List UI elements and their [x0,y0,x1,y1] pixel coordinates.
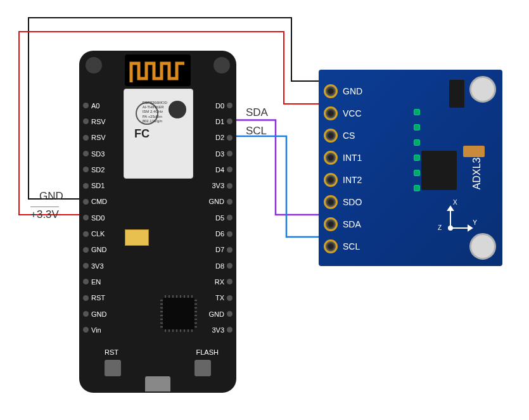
pin-dot-icon [83,199,89,205]
pin-label: D2 [215,134,224,141]
adxl-pins: GNDVCCCSINT1INT2SDOSDASCL [324,80,362,257]
pin-label: GND [91,246,106,253]
pin-label: D1 [215,118,224,125]
pin-label: GND [209,310,224,318]
pin-dot-icon [83,135,89,141]
pin-dot-icon [227,167,233,172]
pin-label: CLK [91,230,105,238]
pin-label: EN [91,278,101,286]
reset-button-label: RST [105,348,118,356]
nodemcu-pin-gnd: GND [83,242,107,258]
pin-label: INT2 [343,175,362,185]
pin-label: SDA [343,219,361,229]
pin-dot-icon [83,118,89,124]
nodemcu-board: FC ESP8266MOD AI-THINKER ISM 2.4GHz PA +… [79,51,236,393]
pin-dot-icon [83,327,89,333]
label-3v3-ext: +3.3V [30,207,59,221]
nodemcu-pin-gnd: GND [209,194,233,210]
mount-hole-icon [469,233,496,260]
pin-dot-icon [83,215,89,220]
pin-label: Vin [91,326,101,334]
nodemcu-pin-en: EN [83,274,107,290]
wiring-diagram: GND +3.3V SDA SCL FC ESP8266MOD AI-THINK… [0,0,529,420]
nodemcu-pin-cmd: CMD [83,194,107,210]
label-scl: SCL [246,125,267,137]
pin-label: SD1 [91,182,105,189]
pin-label: SD0 [91,214,105,222]
pin-dot-icon [227,247,233,253]
pin-dot-icon [83,167,89,172]
pin-hole-icon [324,217,338,231]
adxl-pin-int2: INT2 [324,169,362,191]
pin-dot-icon [227,183,233,189]
pin-label: D7 [215,246,224,253]
wire-scl [234,136,326,237]
nodemcu-pin-d2: D2 [215,130,233,146]
pin-dot-icon [227,103,233,108]
mcu-chip-icon [163,298,194,329]
pin-hole-icon [324,195,338,209]
pin-hole-icon [324,173,338,187]
axis-arrows-icon: Y X Z [444,203,476,234]
nodemcu-pin-d8: D8 [215,258,233,274]
via-column-icon [414,109,420,191]
pin-label: D6 [215,230,224,238]
nodemcu-pin-d7: D7 [215,242,233,258]
capacitor-icon [463,146,485,157]
pin-dot-icon [83,263,89,269]
pin-dot-icon [83,247,89,253]
nodemcu-pins-right: D0D1D2D3D43V3GNDD5D6D7D8RXTXGND3V3 [209,98,233,338]
flash-button-label: FLASH [196,348,219,356]
nodemcu-pin-vin: Vin [83,322,107,338]
nodemcu-pin-sd3: SD3 [83,146,107,162]
component-icon [125,229,149,246]
pin-dot-icon [83,183,89,189]
adxl345-board: ADXL345 Y X Z GNDVCCCSINT1INT2SDOSDASCL [319,70,502,266]
pin-label: SD2 [91,166,105,174]
nodemcu-pin-rsv: RSV [83,130,107,146]
pin-hole-icon [324,84,338,98]
nodemcu-pins-left: A0RSVRSVSD3SD2SD1CMDSD0CLKGND3V3ENRSTGND… [83,98,107,338]
pin-label: VCC [343,108,362,118]
nodemcu-pin-d6: D6 [215,226,233,241]
reset-button[interactable] [105,360,121,376]
svg-point-45 [450,227,451,229]
pin-label: TX [215,294,224,302]
nodemcu-pin-d1: D1 [215,113,233,129]
nodemcu-pin-d3: D3 [215,146,233,162]
adxl-pin-int1: INT1 [324,146,362,169]
pin-label: SDO [343,197,362,207]
mount-hole-icon [86,57,102,73]
pin-dot-icon [227,327,233,333]
pin-label: D3 [215,150,224,158]
pin-label: 3V3 [212,182,224,189]
nodemcu-pin-3v3: 3V3 [212,322,233,338]
pin-dot-icon [83,151,89,156]
pin-dot-icon [227,199,233,205]
mount-hole-icon [469,76,496,103]
flash-button[interactable] [194,360,211,376]
nodemcu-pin-rx: RX [215,274,233,290]
pin-label: CS [343,130,355,141]
adxl-pin-sdo: SDO [324,191,362,213]
nodemcu-pin-gnd: GND [209,306,233,322]
pin-label: SD3 [91,150,105,158]
nodemcu-pin-sd2: SD2 [83,162,107,177]
pin-label: D4 [215,166,224,174]
pin-dot-icon [227,311,233,317]
nodemcu-pin-sd1: SD1 [83,177,107,193]
nodemcu-pin-clk: CLK [83,226,107,241]
fcc-icon: FC [134,127,150,141]
wifi-logo-icon [169,101,186,118]
nodemcu-pin-tx: TX [215,290,233,306]
nodemcu-pin-a0: A0 [83,98,107,113]
pin-dot-icon [227,279,233,284]
pin-dot-icon [83,231,89,237]
nodemcu-pin-3v3: 3V3 [83,258,107,274]
pin-label: RSV [91,134,106,141]
pcb-antenna-icon [125,54,191,86]
pin-label: D5 [215,214,224,222]
nodemcu-pin-rsv: RSV [83,113,107,129]
nodemcu-pin-3v3: 3V3 [212,177,233,193]
pin-dot-icon [83,103,89,108]
